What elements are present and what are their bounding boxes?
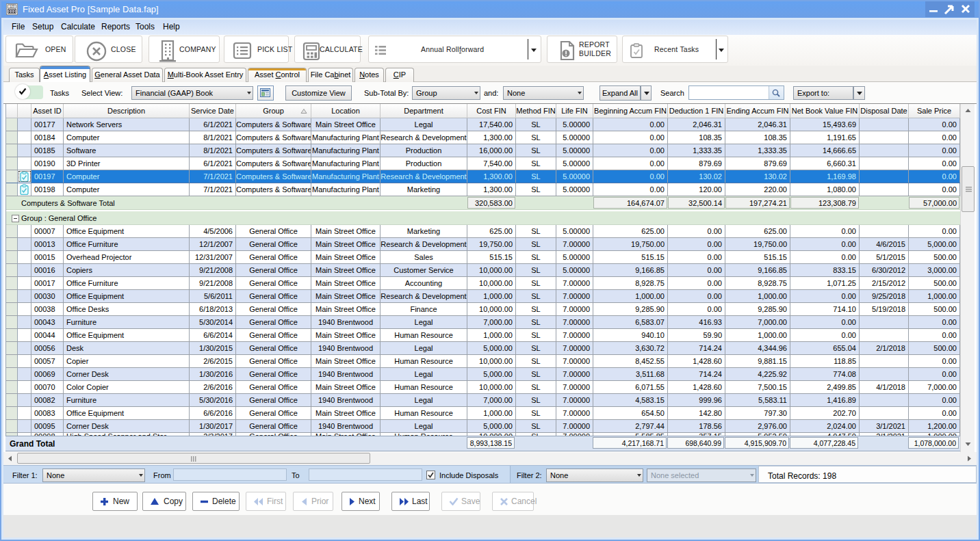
svg-text:123: 123 bbox=[10, 5, 15, 8]
